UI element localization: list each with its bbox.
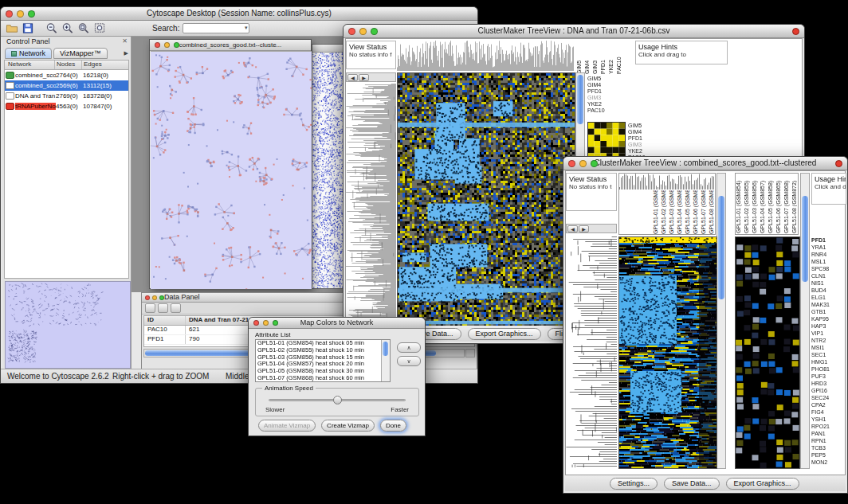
gene-label: HMG1 <box>811 358 846 365</box>
gene-label: RPN1 <box>811 437 846 444</box>
tab-overflow-arrow-icon[interactable]: ▶ <box>124 48 128 59</box>
row-dendrogram[interactable] <box>566 236 617 467</box>
background-network-window[interactable] <box>312 44 345 289</box>
attribute-list-scrollbar[interactable] <box>381 340 390 381</box>
tab-vizmapper[interactable]: VizMapper™ <box>53 48 108 59</box>
close-button[interactable] <box>155 42 160 48</box>
close-button[interactable] <box>6 10 13 18</box>
gene-label: SEC1 <box>811 351 846 358</box>
background-window-titlebar[interactable] <box>312 45 344 53</box>
scrollbar-thumb[interactable] <box>718 196 724 299</box>
create-vizmap-button[interactable]: Create Vizmap <box>321 420 375 432</box>
zoom-in-icon[interactable] <box>61 22 74 34</box>
minimize-button[interactable] <box>164 42 170 48</box>
scroll-left-icon[interactable]: ◀ <box>567 225 578 232</box>
minimize-button[interactable] <box>152 295 157 300</box>
heatmap-vscrollbar[interactable] <box>716 173 726 469</box>
dendrogram-hscrollbar[interactable]: ◀ ▶ <box>346 72 396 82</box>
export-graphics-button[interactable]: Export Graphics... <box>726 478 799 490</box>
dialog-titlebar[interactable]: Map Colors to Network <box>249 318 425 329</box>
gene-label: KAP95 <box>811 315 846 322</box>
zoom-out-icon[interactable] <box>45 22 58 34</box>
save-session-icon[interactable] <box>22 22 34 34</box>
close-button[interactable] <box>253 320 259 326</box>
gene-label: GIM3 <box>587 95 619 101</box>
settings-button[interactable]: Settings... <box>610 478 658 490</box>
network-table-row[interactable]: tRNAPuberNov24563(0)107847(0) <box>5 101 128 111</box>
scroll-left-icon[interactable]: ◀ <box>347 74 358 81</box>
network-graph-canvas[interactable] <box>151 51 312 289</box>
attribute-move-down-button[interactable]: ∨ <box>397 356 421 366</box>
attribute-list[interactable]: GPL51-01 (GSM854) heat shock 05 minGPL51… <box>255 339 391 382</box>
attribute-matrix-icon[interactable] <box>171 303 181 313</box>
treeview-combined-titlebar[interactable]: ClusterMaker TreeView : combined_scores_… <box>563 157 847 170</box>
animation-speed-slider[interactable] <box>269 399 406 401</box>
zoom-button[interactable] <box>273 320 278 326</box>
network-name: tRNAPuberNov2 <box>15 103 56 110</box>
scrollbar-thumb[interactable] <box>802 196 808 282</box>
attribute-move-up-button[interactable]: ∧ <box>397 342 421 353</box>
open-session-icon[interactable] <box>6 22 18 34</box>
zoom-button[interactable] <box>28 10 35 18</box>
close-icon[interactable] <box>792 28 799 35</box>
search-input[interactable]: ▾ <box>183 23 249 33</box>
scroll-right-icon[interactable]: ▶ <box>359 74 369 81</box>
global-heatmap[interactable] <box>618 236 717 469</box>
network-overview-thumbnail[interactable] <box>5 281 131 369</box>
column-dendrogram[interactable] <box>619 174 715 189</box>
zoom-button[interactable] <box>591 160 598 167</box>
close-icon[interactable] <box>835 160 842 167</box>
main-titlebar[interactable]: Cytoscape Desktop (Session Name: collins… <box>1 7 477 21</box>
gene-label: GTB1 <box>811 308 846 315</box>
data-panel-window-controls <box>145 295 164 300</box>
gene-label: YKE2 <box>628 148 660 154</box>
minimize-button[interactable] <box>17 10 24 18</box>
network-edges-count: 16218(0) <box>83 72 128 79</box>
zoom-fit-icon[interactable] <box>93 22 106 34</box>
close-button[interactable] <box>145 295 150 300</box>
save-data-button[interactable]: Save Data... <box>664 478 720 490</box>
dense-network-canvas[interactable] <box>312 53 344 288</box>
network-view-titlebar[interactable]: combined_scores_good.txt--cluste... <box>150 40 311 51</box>
attribute-item[interactable]: GPL51-07 (GSM868) heat shock 60 min <box>257 375 390 382</box>
network-table-row[interactable]: combined_scores2764(0)16218(0) <box>5 70 128 80</box>
network-table-row[interactable]: combined_sco2569(6)13112(15) <box>5 80 128 91</box>
column-header-nodes[interactable]: Nodes <box>55 61 82 69</box>
create-attribute-icon[interactable] <box>158 303 168 313</box>
control-panel: Control Panel ✕ Network VizMapper™ ▶ Net… <box>2 37 132 370</box>
zoom-vscrollbar[interactable] <box>800 173 810 469</box>
close-button[interactable] <box>348 28 355 35</box>
export-graphics-button[interactable]: Export Graphics... <box>468 328 541 340</box>
treeview-dna-titlebar[interactable]: ClusterMaker TreeView : DNA and Tran 07-… <box>344 25 804 38</box>
scrollbar-thumb[interactable] <box>577 75 583 124</box>
tab-network[interactable]: Network <box>5 48 52 59</box>
column-header-network[interactable]: Network <box>5 61 55 69</box>
close-icon[interactable]: ✕ <box>122 37 128 45</box>
column-label: GPL51-08 (GSM872) <box>709 190 714 234</box>
scroll-right-icon[interactable]: ▶ <box>579 225 589 232</box>
slider-thumb[interactable] <box>333 396 342 404</box>
network-table-row[interactable]: DNA and Tran 072769(0)183728(0) <box>5 91 128 101</box>
done-button[interactable]: Done <box>380 420 406 432</box>
column-header-id[interactable]: ID <box>144 316 186 325</box>
scrollbar-thumb[interactable] <box>383 342 388 356</box>
search-dropdown-icon[interactable]: ▾ <box>245 25 248 31</box>
dendrogram-hscrollbar[interactable]: ◀ ▶ <box>566 224 617 233</box>
minimize-button[interactable] <box>359 28 367 35</box>
expression-heatmap[interactable] <box>397 72 575 330</box>
minimize-button[interactable] <box>579 160 587 167</box>
zoom-heatmap[interactable] <box>587 122 626 160</box>
column-dendrogram[interactable] <box>397 41 574 71</box>
minimize-button[interactable] <box>263 320 269 326</box>
zoom-selected-icon[interactable] <box>77 22 90 34</box>
network-name: DNA and Tran 07 <box>15 92 56 100</box>
column-header-edges[interactable]: Edges <box>82 61 128 69</box>
select-attributes-icon[interactable] <box>145 303 155 313</box>
zoom-button[interactable] <box>174 42 179 48</box>
column-label: GPL51-03 (GSM856) <box>669 190 674 234</box>
zoom-heatmap[interactable] <box>735 236 800 469</box>
row-dendrogram[interactable] <box>346 84 396 329</box>
close-button[interactable] <box>568 160 575 167</box>
zoom-button[interactable] <box>371 28 378 35</box>
network-view-window[interactable]: combined_scores_good.txt--cluste... <box>149 39 312 289</box>
